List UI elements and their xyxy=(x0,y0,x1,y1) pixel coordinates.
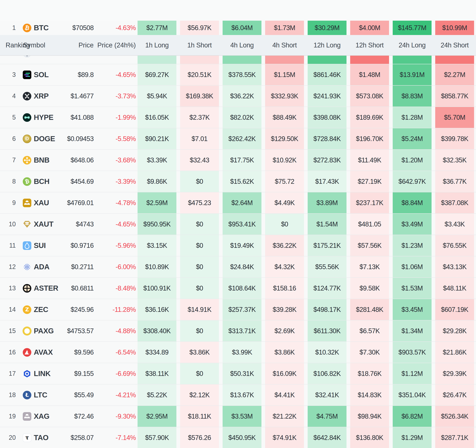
cell-4h-short: $129.50K xyxy=(265,128,304,149)
cell-24h-short: $76.55K xyxy=(435,235,474,256)
cell-1h-short: $0 xyxy=(180,320,219,341)
cell-12h-short xyxy=(350,56,389,64)
cell-12h-short: $11.49K xyxy=(350,150,389,171)
table-row[interactable]: 9XAU$4769.01-4.78%$2.59M$475.23$2.64M$4.… xyxy=(0,192,476,213)
symbol-cell[interactable]: LINK xyxy=(23,369,59,378)
column-header-ranking[interactable]: Ranking xyxy=(0,41,23,49)
table-row[interactable]: 11SUI$0.9716-5.96%$3.15K$0$19.49K$36.22K… xyxy=(0,235,476,256)
table-row[interactable]: 20τTAO$258.07-7.14%$57.90K$576.26$450.95… xyxy=(0,427,476,448)
table-row[interactable]: 5HYPE$41.088-1.99%$16.05K$2.37K$82.02K$8… xyxy=(0,107,476,128)
symbol-cell[interactable]: ADA xyxy=(23,263,59,271)
symbol-cell[interactable]: XAG xyxy=(23,412,59,421)
table-row[interactable]: 12ADA$0.2711-6.00%$10.89K$0$24.84K$4.32K… xyxy=(0,256,476,277)
symbol-cell[interactable]: XRP xyxy=(23,92,59,101)
cell-1h-short: $0 xyxy=(180,363,219,384)
cell-1h-long: $38.11K xyxy=(137,363,176,384)
symbol-cell[interactable]: HYPE xyxy=(23,113,59,122)
cell-1h-long: $90.21K xyxy=(137,128,176,149)
cell-12h-long: $498.17K xyxy=(308,299,346,320)
cell-12h-short: $7.30K xyxy=(350,342,389,363)
price-cell: $1.4677 xyxy=(59,92,94,100)
cell-4h-short: $0 xyxy=(265,214,304,235)
column-header-12h-long[interactable]: 12h Long xyxy=(308,41,346,49)
column-header-12h-short[interactable]: 12h Short xyxy=(350,41,389,49)
symbol-label: SUI xyxy=(34,241,46,250)
column-header-24h-long[interactable]: 24h Long xyxy=(393,41,431,49)
table-row[interactable]: 16AVAX$9.596-6.54%$334.89$3.86K$3.99K$3.… xyxy=(0,341,476,363)
cell-12h-short: $4.00M xyxy=(350,21,389,35)
symbol-cell[interactable]: ZZEC xyxy=(23,305,59,314)
cell-4h-short: $332.93K xyxy=(265,85,304,107)
price-cell: $648.06 xyxy=(59,156,94,164)
price-cell: $9.596 xyxy=(59,349,94,356)
price-cell: $55.49 xyxy=(59,391,94,399)
column-header-1h-long[interactable]: 1h Long xyxy=(137,41,176,49)
table-row[interactable]: 4XRP$1.4677-3.73%$5.94K$169.38K$36.22K$3… xyxy=(0,85,476,107)
symbol-cell[interactable]: ₿BTC xyxy=(23,24,59,32)
column-header-price[interactable]: Price xyxy=(59,41,94,49)
change-24h-cell: -6.69% xyxy=(94,370,136,377)
symbol-cell[interactable]: SOL xyxy=(23,71,59,79)
eth-icon xyxy=(23,56,31,57)
symbol-cell[interactable]: XAU xyxy=(23,199,59,207)
price-cell: $454.69 xyxy=(59,178,94,185)
cell-24h-short xyxy=(435,56,474,64)
table-row[interactable]: 1₿BTC$70508-4.63%$2.77M$56.97K$6.04M$1.7… xyxy=(0,21,476,35)
cell-12h-short: $136.80K xyxy=(350,427,389,448)
symbol-cell[interactable]: ÐDOGE xyxy=(23,135,59,143)
cell-4h-short: $4.32K xyxy=(265,256,304,277)
cell-12h-long: $272.83K xyxy=(308,150,346,171)
table-row[interactable]: 15PAXG$4753.57-4.88%$308.40K$0$313.71K$2… xyxy=(0,320,476,341)
table-body: 3SOL$89.8-4.65%$69.27K$20.51K$378.55K$1.… xyxy=(0,56,476,448)
symbol-cell[interactable]: PAXG xyxy=(23,327,59,335)
change-24h-cell: -9.30% xyxy=(94,413,136,420)
symbol-cell[interactable]: ŁLTC xyxy=(23,391,59,399)
cell-4h-long: $262.42K xyxy=(223,128,261,149)
symbol-label: BNB xyxy=(34,156,50,164)
cell-4h-long xyxy=(223,56,261,64)
column-header-24h-short[interactable]: 24h Short xyxy=(435,41,474,49)
aster-icon xyxy=(23,284,31,293)
cell-24h-short: $858.77K xyxy=(435,85,474,107)
table-row[interactable]: 17LINK$9.155-6.69%$38.11K$0$50.31K$16.09… xyxy=(0,363,476,384)
cell-24h-long: $8.84M xyxy=(393,192,431,213)
table-row[interactable]: 10XAUT$4743-4.65%$950.95K$0$953.41K$0$1.… xyxy=(0,213,476,235)
symbol-cell[interactable]: XAUT xyxy=(23,220,59,229)
table-row[interactable]: 6ÐDOGE$0.09453-5.58%$90.21K$7.01$262.42K… xyxy=(0,128,476,149)
column-header-4h-long[interactable]: 4h Long xyxy=(223,41,261,49)
cell-4h-long: $24.84K xyxy=(223,256,261,277)
table-row[interactable]: 19XAG$72.46-9.30%$2.95M$18.11K$3.53M$21.… xyxy=(0,405,476,427)
column-header-symbol[interactable]: Symbol xyxy=(23,41,59,49)
symbol-cell[interactable]: AVAX xyxy=(23,348,59,357)
ranking-cell: 7 xyxy=(0,156,23,164)
table-body-top: 1₿BTC$70508-4.63%$2.77M$56.97K$6.04M$1.7… xyxy=(0,21,476,35)
column-header-1h-short[interactable]: 1h Short xyxy=(180,41,219,49)
column-header-price-24h[interactable]: Price (24h%) xyxy=(94,41,136,49)
table-row[interactable]: 8₿BCH$454.69-3.39%$9.86K$0$15.62K$75.72$… xyxy=(0,171,476,192)
link-icon xyxy=(23,369,31,378)
change-24h-cell: -5.96% xyxy=(94,242,136,249)
symbol-cell[interactable]: ₿BCH xyxy=(23,177,59,186)
cell-24h-long: $1.34M xyxy=(393,320,431,341)
symbol-cell[interactable]: SUI xyxy=(23,241,59,250)
table-row[interactable]: 13ASTER$0.6811-8.48%$100.91K$0$108.64K$1… xyxy=(0,277,476,299)
table-row[interactable]: 14ZZEC$245.96-11.28%$36.16K$14.91K$257.3… xyxy=(0,299,476,320)
symbol-cell[interactable]: BNB xyxy=(23,156,59,164)
change-24h-cell: -11.28% xyxy=(94,306,136,313)
cell-1h-short: $475.23 xyxy=(180,192,219,213)
table-row[interactable]: 18ŁLTC$55.49-4.21%$5.22K$2.12K$13.67K$4.… xyxy=(0,384,476,405)
ada-icon xyxy=(23,263,31,271)
symbol-cell[interactable]: τTAO xyxy=(23,433,59,442)
xrp-icon xyxy=(23,92,31,101)
table-row[interactable] xyxy=(0,56,476,64)
table-row[interactable]: 7BNB$648.06-3.68%$3.39K$32.43$17.75K$10.… xyxy=(0,149,476,171)
column-header-4h-short[interactable]: 4h Short xyxy=(265,41,304,49)
cell-4h-short: $75.72 xyxy=(265,171,304,192)
table-row[interactable]: 3SOL$89.8-4.65%$69.27K$20.51K$378.55K$1.… xyxy=(0,64,476,85)
cell-24h-long: $5.24M xyxy=(393,128,431,149)
symbol-label: ADA xyxy=(34,263,50,271)
cell-24h-short: $287.71K xyxy=(435,427,474,448)
cell-1h-long: $334.89 xyxy=(137,342,176,363)
symbol-cell[interactable]: ASTER xyxy=(23,284,59,293)
cell-12h-short: $9.58K xyxy=(350,278,389,299)
